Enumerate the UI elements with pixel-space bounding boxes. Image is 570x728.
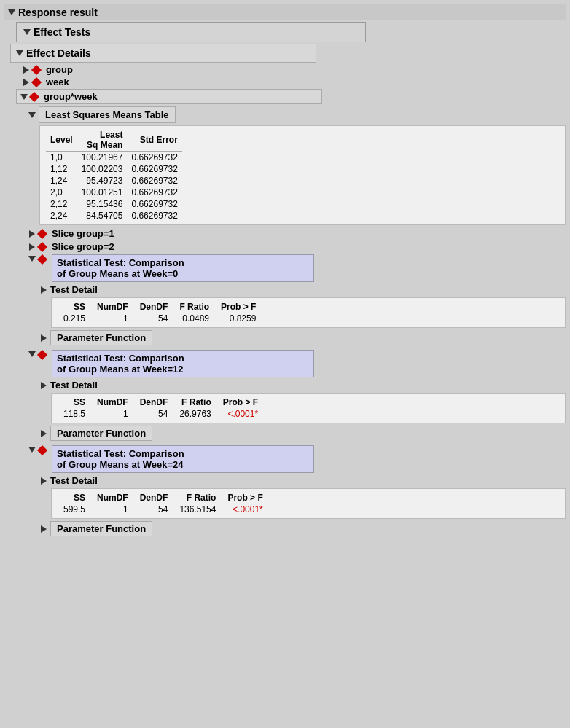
stats-col-header: DenDF	[134, 396, 174, 408]
stat-test-header-2[interactable]: Statistical Test: Comparisonof Group Mea…	[28, 445, 566, 473]
page: Response result Effect Tests Effect Deta…	[0, 0, 570, 545]
group-red-diamond	[33, 66, 43, 74]
stats-col-header: NumDF	[91, 301, 134, 313]
lsm-col-level: Level	[46, 129, 77, 152]
param-func-expand-2[interactable]	[39, 525, 48, 533]
lsm-cell: 0.66269732	[127, 187, 181, 198]
stat-test-section-1: Statistical Test: Comparisonof Group Mea…	[28, 350, 566, 441]
effect-details-expand-icon[interactable]	[15, 49, 24, 58]
lsm-table-row: 2,2484.547050.66269732	[46, 210, 182, 222]
stats-row-0: 0.2151540.04890.8259	[58, 313, 262, 324]
effect-details-header[interactable]: Effect Details	[10, 44, 316, 63]
lsm-table-title: Least Squares Means Table	[39, 106, 176, 123]
stats-col-header: F Ratio	[173, 301, 215, 313]
stat-test-diamond-0	[39, 256, 49, 263]
stat-test-header-1[interactable]: Statistical Test: Comparisonof Group Mea…	[28, 350, 566, 377]
group-row[interactable]: group	[22, 64, 566, 75]
group-week-expand-icon[interactable]	[20, 93, 28, 101]
lsm-table-header-row[interactable]: Least Squares Means Table	[28, 106, 566, 123]
stats-col-header: DenDF	[134, 492, 174, 504]
lsm-cell: 95.15436	[77, 198, 128, 210]
week-expand-icon[interactable]	[22, 78, 31, 87]
stats-cell: 136.5154	[173, 504, 222, 515]
param-func-label-2: Parameter Function	[50, 521, 152, 536]
stats-col-header: NumDF	[91, 492, 134, 504]
response-result-label: Response result	[18, 7, 98, 18]
test-detail-label-1: Test Detail	[50, 380, 98, 391]
stats-table-0: SSNumDFDenDFF RatioProb > F0.2151540.048…	[58, 301, 262, 324]
stats-col-header: F Ratio	[173, 492, 222, 504]
stats-cell: 1	[91, 313, 134, 324]
lsm-cell: 100.01251	[77, 187, 128, 198]
stats-table-wrapper-1: SSNumDFDenDFF RatioProb > F118.515426.97…	[51, 393, 566, 423]
test-detail-expand-1[interactable]	[39, 381, 48, 390]
slice-group2-label: Slice group=2	[52, 241, 114, 252]
effect-tests-expand-icon[interactable]	[23, 28, 31, 36]
param-func-expand-1[interactable]	[39, 429, 48, 438]
group-week-row[interactable]: group*week	[20, 91, 319, 102]
stat-test-section-0: Statistical Test: Comparisonof Group Mea…	[28, 254, 566, 345]
lsm-cell: 1,0	[46, 152, 77, 164]
test-detail-expand-2[interactable]	[39, 477, 48, 485]
effect-tests-header[interactable]: Effect Tests	[16, 22, 366, 42]
week-row[interactable]: week	[22, 77, 566, 87]
lsm-table-row: 2,0100.012510.66269732	[46, 187, 182, 198]
stat-test-title-1: Statistical Test: Comparisonof Group Mea…	[52, 350, 314, 377]
group-label: group	[46, 64, 73, 75]
param-func-label-1: Parameter Function	[50, 426, 152, 441]
stats-col-header: DenDF	[134, 301, 174, 313]
test-detail-row-2[interactable]: Test Detail	[39, 475, 566, 486]
response-result-header[interactable]: Response result	[4, 4, 566, 20]
stats-cell: <.0001*	[217, 408, 264, 420]
group-week-red-diamond	[31, 93, 41, 101]
stats-col-header: Prob > F	[215, 301, 262, 313]
stat-test-header-0[interactable]: Statistical Test: Comparisonof Group Mea…	[28, 254, 566, 282]
week-red-diamond	[33, 79, 43, 86]
stats-cell: 54	[134, 408, 174, 420]
param-func-row-1[interactable]: Parameter Function	[39, 426, 566, 441]
stats-row-1: 118.515426.9763<.0001*	[58, 408, 264, 420]
stats-cell: 599.5	[58, 504, 91, 515]
stats-col-header: SS	[58, 301, 91, 313]
stat-test-title-0: Statistical Test: Comparisonof Group Mea…	[52, 254, 314, 282]
stats-table-2: SSNumDFDenDFF RatioProb > F599.5154136.5…	[58, 492, 269, 515]
lsm-table-wrapper: Level LeastSq Mean Std Error 1,0100.2196…	[39, 125, 566, 225]
test-detail-row-0[interactable]: Test Detail	[39, 284, 566, 295]
slice-group1-red-diamond	[39, 230, 49, 238]
stats-cell: 0.215	[58, 313, 91, 324]
week-label: week	[46, 77, 69, 87]
stats-cell: 118.5	[58, 408, 91, 420]
lsm-cell: 2,12	[46, 198, 77, 210]
stat-test-expand-2[interactable]	[28, 445, 36, 454]
slice-group2-expand-icon[interactable]	[28, 243, 36, 251]
stats-cell: <.0001*	[222, 504, 268, 515]
stat-test-expand-1[interactable]	[28, 350, 36, 359]
slice-group1-expand-icon[interactable]	[28, 230, 36, 238]
slice-group1-row[interactable]: Slice group=1	[28, 228, 566, 239]
stat-test-title-2: Statistical Test: Comparisonof Group Mea…	[52, 445, 314, 473]
test-detail-expand-0[interactable]	[39, 286, 48, 294]
param-func-row-2[interactable]: Parameter Function	[39, 521, 566, 536]
stats-col-header: SS	[58, 492, 91, 504]
stats-cell: 54	[134, 313, 174, 324]
response-result-expand-icon[interactable]	[7, 8, 16, 17]
param-func-label-0: Parameter Function	[50, 330, 152, 345]
lsm-table-row: 2,1295.154360.66269732	[46, 198, 182, 210]
stats-col-header: F Ratio	[173, 396, 216, 408]
lsm-expand-icon[interactable]	[28, 111, 36, 120]
test-detail-row-1[interactable]: Test Detail	[39, 380, 566, 391]
stats-cell: 0.0489	[173, 313, 215, 324]
param-func-expand-0[interactable]	[39, 334, 48, 343]
slice-group2-row[interactable]: Slice group=2	[28, 241, 566, 252]
stats-cell: 0.8259	[215, 313, 262, 324]
slice-group1-label: Slice group=1	[52, 228, 114, 239]
stat-test-expand-0[interactable]	[28, 254, 36, 263]
param-func-row-0[interactable]: Parameter Function	[39, 330, 566, 345]
lsm-col-se: Std Error	[127, 129, 181, 152]
lsm-cell: 0.66269732	[127, 175, 181, 187]
stats-row-2: 599.5154136.5154<.0001*	[58, 504, 269, 515]
stats-cell: 1	[91, 504, 134, 515]
group-expand-icon[interactable]	[22, 66, 31, 74]
lsm-table-row: 1,0100.219670.66269732	[46, 152, 182, 164]
lsm-cell: 2,0	[46, 187, 77, 198]
